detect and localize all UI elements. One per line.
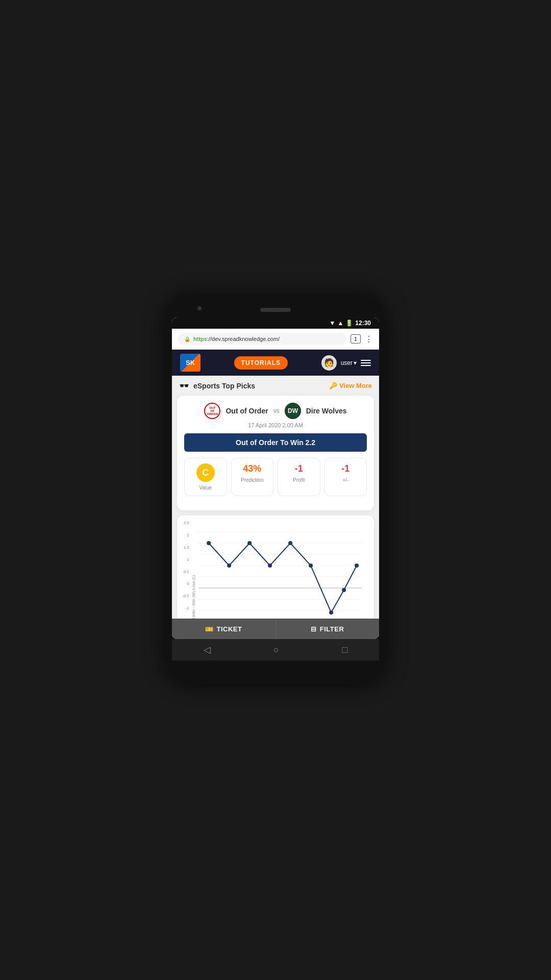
signal-icon: ▲ xyxy=(337,320,343,327)
section-title-area: 🕶️ eSports Top Picks xyxy=(179,381,255,390)
screen: ▼ ▲ 🔋 12:30 🔒 https://dev.spreadknowledg… xyxy=(172,317,379,639)
user-label[interactable]: user ▾ xyxy=(341,359,357,366)
browser-menu-icon[interactable]: ⋮ xyxy=(365,334,373,344)
home-icon[interactable]: ○ xyxy=(273,645,279,655)
key-icon: 🔑 xyxy=(329,382,337,389)
match-card: OUTOFORDER Out of Order vs DW Dire Wolve… xyxy=(177,396,374,510)
svg-point-13 xyxy=(227,564,231,568)
wifi-icon: ▼ xyxy=(330,320,336,327)
url-bar[interactable]: 🔒 https://dev.spreadknowledge.com/ xyxy=(178,333,346,345)
browser-actions: 1 ⋮ xyxy=(350,334,373,344)
recent-icon[interactable]: □ xyxy=(342,645,347,655)
filter-label: FILTER xyxy=(320,625,344,633)
tutorials-button[interactable]: TUTORIALS xyxy=(234,356,288,370)
tab-button[interactable]: 1 xyxy=(350,334,361,344)
team1-logo: OUTOFORDER xyxy=(204,403,220,419)
svg-point-17 xyxy=(309,564,313,568)
ticket-icon: 🎫 xyxy=(205,625,214,633)
url-text: https://dev.spreadknowledge.com/ xyxy=(193,336,280,342)
svg-point-14 xyxy=(247,541,252,545)
section-title: eSports Top Picks xyxy=(193,382,255,390)
status-icons: ▼ ▲ 🔋 12:30 xyxy=(330,320,371,327)
status-bar: ▼ ▲ 🔋 12:30 xyxy=(172,317,379,329)
stat-plusminus-box: -1 +/- xyxy=(324,458,367,496)
speaker xyxy=(260,308,291,312)
ticket-label: TICKET xyxy=(217,625,242,633)
ticket-button[interactable]: 🎫 TICKET xyxy=(172,619,276,639)
logo-text: SK xyxy=(186,359,195,366)
stat-prediction-box: 43% Prediction xyxy=(231,458,274,496)
dire-wolves-svg: DW xyxy=(285,403,301,419)
line-chart-svg: 2019-08-24 2020-03-20 2020-03-28 xyxy=(191,521,369,619)
nav-bar: ◁ ○ □ xyxy=(172,639,379,660)
filter-button[interactable]: ⊟ FILTER xyxy=(276,619,380,639)
hamburger-menu[interactable] xyxy=(361,360,371,366)
url-path: ://dev.spreadknowledge.com/ xyxy=(207,336,280,342)
svg-point-12 xyxy=(207,541,211,545)
team1-name: Out of Order xyxy=(226,407,268,415)
url-https: https xyxy=(193,336,207,342)
prediction-value: 43% xyxy=(243,463,261,474)
svg-point-15 xyxy=(268,564,272,568)
chart-wrapper: 2.5 2 1.5 1 0.5 0 -0.5 -1 -1.5 Total Uni… xyxy=(182,521,369,619)
user-area: 🧑 user ▾ xyxy=(321,355,371,371)
app-header: SK TUTORIALS 🧑 user ▾ xyxy=(172,350,379,376)
phone-top-bar xyxy=(172,302,379,317)
svg-point-19 xyxy=(342,588,346,592)
match-header: OUTOFORDER Out of Order vs DW Dire Wolve… xyxy=(184,403,367,419)
filter-icon: ⊟ xyxy=(311,625,317,633)
team2-name: Dire Wolves xyxy=(306,407,347,415)
profit-label: Profit xyxy=(293,477,305,483)
phone-frame: ▼ ▲ 🔋 12:30 🔒 https://dev.spreadknowledg… xyxy=(166,296,385,684)
view-more-link[interactable]: 🔑 View More xyxy=(329,382,372,389)
svg-text:2019-08-24: 2019-08-24 xyxy=(203,618,224,619)
section-header: 🕶️ eSports Top Picks 🔑 View More xyxy=(177,381,374,390)
pick-button[interactable]: Out of Order To Win 2.2 xyxy=(184,433,367,452)
svg-text:2020-03-20: 2020-03-20 xyxy=(267,618,288,619)
profit-value: -1 xyxy=(295,463,303,474)
battery-icon: 🔋 xyxy=(345,320,353,327)
svg-point-18 xyxy=(329,610,333,615)
plusminus-value: -1 xyxy=(341,463,349,474)
content-area: 🕶️ eSports Top Picks 🔑 View More OUTOFOR… xyxy=(172,376,379,619)
plusminus-label: +/- xyxy=(342,477,348,483)
stats-grid: C Value 43% Prediction -1 Profit -1 +/- xyxy=(184,458,367,496)
sk-logo: SK xyxy=(180,354,201,372)
ham-line-2 xyxy=(361,362,371,363)
prediction-label: Prediction xyxy=(241,477,263,483)
avatar: 🧑 xyxy=(321,355,337,371)
vs-text: vs xyxy=(273,407,280,414)
svg-text:2020-03-28: 2020-03-28 xyxy=(325,618,346,619)
svg-point-16 xyxy=(288,541,292,545)
clock: 12:30 xyxy=(355,320,371,327)
team2-logo: DW xyxy=(285,403,301,419)
svg-point-20 xyxy=(355,564,359,568)
chart-plot-area: Total Units - Win (W)-Loss (L) xyxy=(191,521,369,619)
svg-text:DW: DW xyxy=(288,407,298,414)
camera xyxy=(197,306,202,310)
y-axis: 2.5 2 1.5 1 0.5 0 -0.5 -1 -1.5 xyxy=(182,521,191,619)
ham-line-3 xyxy=(361,365,371,366)
stat-profit-box: -1 Profit xyxy=(278,458,320,496)
glasses-icon: 🕶️ xyxy=(179,381,189,390)
lock-icon: 🔒 xyxy=(184,336,190,342)
stat-value-box: C Value xyxy=(184,458,227,496)
value-label: Value xyxy=(199,485,212,491)
ham-line-1 xyxy=(361,360,371,361)
browser-bar: 🔒 https://dev.spreadknowledge.com/ 1 ⋮ xyxy=(172,329,379,350)
bottom-bar: 🎫 TICKET ⊟ FILTER xyxy=(172,619,379,639)
chart-card: 2.5 2 1.5 1 0.5 0 -0.5 -1 -1.5 Total Uni… xyxy=(177,516,374,619)
match-date: 17 April 2020 2.00 AM xyxy=(184,422,367,428)
value-circle: C xyxy=(196,463,215,482)
back-icon[interactable]: ◁ xyxy=(204,644,211,655)
